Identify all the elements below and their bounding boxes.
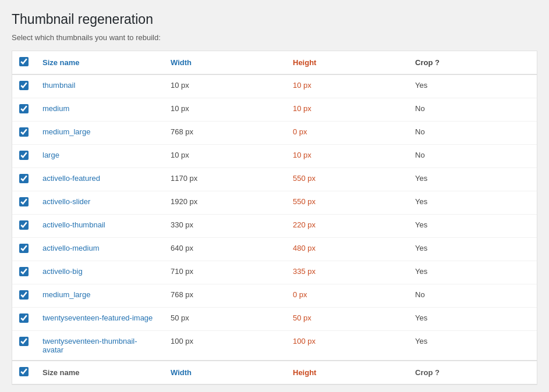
row-height: 550 px <box>286 191 408 215</box>
page-subtitle: Select which thumbnails you want to rebu… <box>12 33 537 42</box>
row-size-name: thumbnail <box>36 74 164 98</box>
row-height: 10 px <box>286 145 408 168</box>
row-size-name: activello-thumbnail <box>36 215 164 238</box>
row-checkbox[interactable] <box>19 81 29 90</box>
row-height: 10 px <box>286 74 408 98</box>
row-checkbox[interactable] <box>19 197 29 206</box>
table-row: medium_large768 px0 pxNo <box>12 284 537 308</box>
row-size-name: twentyseventeen-thumbnail-avatar <box>36 331 164 361</box>
row-crop: Yes <box>408 331 537 361</box>
row-width: 1920 px <box>164 191 286 215</box>
row-check-cell <box>12 122 36 145</box>
table-row: medium10 px10 pxNo <box>12 98 537 122</box>
row-checkbox[interactable] <box>19 337 29 346</box>
row-size-name: activello-big <box>36 261 164 284</box>
row-width: 50 px <box>164 308 286 331</box>
row-crop: No <box>408 284 537 308</box>
header-width: Width <box>164 51 286 74</box>
footer-size-name: Size name <box>36 361 164 384</box>
row-checkbox[interactable] <box>19 290 29 300</box>
row-check-cell <box>12 98 36 122</box>
header-crop: Crop ? <box>408 51 537 74</box>
footer-crop: Crop ? <box>408 361 537 384</box>
row-checkbox[interactable] <box>19 151 29 160</box>
row-crop: No <box>408 145 537 168</box>
row-size-name: large <box>36 145 164 168</box>
row-check-cell <box>12 145 36 168</box>
row-height: 0 px <box>286 122 408 145</box>
row-size-name: activello-medium <box>36 238 164 261</box>
row-width: 768 px <box>164 284 286 308</box>
row-crop: Yes <box>408 215 537 238</box>
row-width: 10 px <box>164 145 286 168</box>
row-crop: Yes <box>408 191 537 215</box>
table-header-row: Size name Width Height Crop ? <box>12 51 537 74</box>
table-row: twentyseventeen-thumbnail-avatar100 px10… <box>12 331 537 361</box>
row-height: 50 px <box>286 308 408 331</box>
row-width: 768 px <box>164 122 286 145</box>
footer-height: Height <box>286 361 408 384</box>
thumbnail-table: Size name Width Height Crop ? thumbnail1… <box>12 51 537 384</box>
row-check-cell <box>12 191 36 215</box>
row-size-name: medium_large <box>36 284 164 308</box>
row-check-cell <box>12 74 36 98</box>
row-checkbox[interactable] <box>19 127 29 137</box>
page-title: Thumbnail regeneration <box>12 12 537 27</box>
row-height: 100 px <box>286 331 408 361</box>
select-all-footer-checkbox[interactable] <box>19 367 29 376</box>
row-check-cell <box>12 238 36 261</box>
row-check-cell <box>12 168 36 191</box>
table-body: thumbnail10 px10 pxYesmedium10 px10 pxNo… <box>12 74 537 361</box>
row-height: 10 px <box>286 98 408 122</box>
row-check-cell <box>12 261 36 284</box>
row-width: 10 px <box>164 98 286 122</box>
footer-width: Width <box>164 361 286 384</box>
row-size-name: activello-featured <box>36 168 164 191</box>
row-height: 220 px <box>286 215 408 238</box>
table-row: medium_large768 px0 pxNo <box>12 122 537 145</box>
row-size-name: twentyseventeen-featured-image <box>36 308 164 331</box>
row-crop: Yes <box>408 238 537 261</box>
row-checkbox[interactable] <box>19 174 29 183</box>
header-height: Height <box>286 51 408 74</box>
row-checkbox[interactable] <box>19 267 29 276</box>
row-crop: No <box>408 98 537 122</box>
header-check-cell <box>12 51 36 74</box>
table-row: activello-big710 px335 pxYes <box>12 261 537 284</box>
row-check-cell <box>12 284 36 308</box>
row-check-cell <box>12 215 36 238</box>
row-size-name: activello-slider <box>36 191 164 215</box>
row-height: 0 px <box>286 284 408 308</box>
row-crop: No <box>408 122 537 145</box>
row-width: 330 px <box>164 215 286 238</box>
table-row: twentyseventeen-featured-image50 px50 px… <box>12 308 537 331</box>
row-crop: Yes <box>408 74 537 98</box>
row-check-cell <box>12 331 36 361</box>
row-width: 1170 px <box>164 168 286 191</box>
row-crop: Yes <box>408 261 537 284</box>
row-checkbox[interactable] <box>19 104 29 113</box>
table-row: activello-medium640 px480 pxYes <box>12 238 537 261</box>
table-row: thumbnail10 px10 pxYes <box>12 74 537 98</box>
table-row: large10 px10 pxNo <box>12 145 537 168</box>
row-width: 640 px <box>164 238 286 261</box>
row-crop: Yes <box>408 168 537 191</box>
thumbnail-table-container: Size name Width Height Crop ? thumbnail1… <box>12 51 537 385</box>
row-checkbox[interactable] <box>19 313 29 323</box>
row-checkbox[interactable] <box>19 220 29 230</box>
row-height: 335 px <box>286 261 408 284</box>
row-width: 100 px <box>164 331 286 361</box>
select-all-checkbox[interactable] <box>19 57 29 66</box>
row-height: 480 px <box>286 238 408 261</box>
table-row: activello-thumbnail330 px220 pxYes <box>12 215 537 238</box>
row-height: 550 px <box>286 168 408 191</box>
row-crop: Yes <box>408 308 537 331</box>
row-width: 710 px <box>164 261 286 284</box>
row-checkbox[interactable] <box>19 244 29 253</box>
row-size-name: medium <box>36 98 164 122</box>
row-size-name: medium_large <box>36 122 164 145</box>
row-check-cell <box>12 308 36 331</box>
footer-check-cell <box>12 361 36 384</box>
header-size-name: Size name <box>36 51 164 74</box>
table-footer-row: Size name Width Height Crop ? <box>12 361 537 384</box>
